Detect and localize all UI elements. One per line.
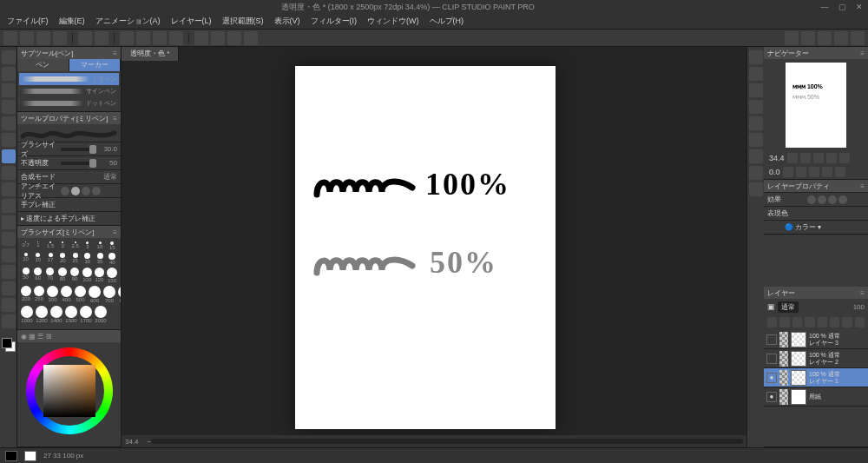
quick-access-icon[interactable]	[749, 50, 763, 64]
prop-blend-value[interactable]: 通常	[96, 172, 117, 182]
tool-move[interactable]	[2, 67, 16, 81]
material-icon[interactable]	[749, 149, 763, 163]
brush-size-preset[interactable]: 15	[33, 253, 43, 265]
brush-size-preset[interactable]: 10	[95, 241, 105, 250]
toolbar-icon[interactable]	[211, 31, 225, 45]
tool-airbrush[interactable]	[2, 182, 16, 196]
panel-menu-icon[interactable]: ≡	[113, 50, 117, 57]
panel-menu-icon[interactable]: ≡	[113, 228, 117, 236]
brush-size-preset[interactable]: 1	[33, 241, 43, 250]
tool-decoration[interactable]	[2, 199, 16, 213]
brush-size-preset[interactable]: 1500	[65, 306, 77, 323]
visibility-toggle[interactable]	[766, 354, 777, 364]
brush-size-preset[interactable]: 1400	[50, 306, 62, 323]
subtool-item[interactable]: ドットペン	[19, 97, 119, 109]
zoom-slider[interactable]	[151, 439, 743, 444]
subtool-item[interactable]: ミリペン	[19, 73, 119, 85]
prop-aa-options[interactable]	[61, 187, 101, 195]
brush-size-preset[interactable]: 300	[47, 286, 58, 303]
panel-menu-icon[interactable]: ≡	[860, 50, 865, 57]
layer-tool-icon[interactable]	[818, 317, 827, 327]
brush-size-preset[interactable]: 80	[57, 268, 67, 283]
brush-size-preset[interactable]: 1200	[36, 306, 48, 323]
prop-brushsize-slider[interactable]	[61, 148, 96, 151]
rotate-left-icon[interactable]	[783, 167, 793, 177]
material-icon[interactable]	[749, 166, 763, 180]
rotate-icon[interactable]	[835, 167, 845, 177]
toolbar-icon[interactable]	[194, 31, 208, 45]
color-wheel[interactable]	[22, 346, 117, 437]
layer-tool-icon[interactable]	[842, 317, 852, 327]
zoom-100-icon[interactable]	[826, 153, 837, 163]
visibility-toggle[interactable]: ●	[766, 373, 777, 383]
brush-size-preset[interactable]: 500	[75, 286, 86, 303]
layer-lock-icon[interactable]: ▣	[767, 302, 775, 311]
layer-row[interactable]: ●100 % 通常レイヤー 1	[764, 368, 868, 387]
brush-size-preset[interactable]: 17	[46, 253, 56, 265]
tool-brush[interactable]	[2, 166, 16, 180]
toolbar-icon[interactable]	[78, 31, 92, 45]
brush-size-preset[interactable]: 100	[82, 268, 92, 283]
panel-menu-icon[interactable]: ≡	[860, 289, 865, 297]
material-icon[interactable]	[749, 133, 763, 147]
tool-operation[interactable]	[2, 83, 16, 97]
layer-row[interactable]: ●用紙	[764, 387, 868, 407]
brush-size-preset[interactable]: 200	[21, 286, 31, 303]
tool-blend[interactable]	[2, 232, 16, 246]
toolbar-icon[interactable]	[834, 31, 848, 45]
tool-correct[interactable]	[2, 314, 16, 328]
brush-size-preset[interactable]: 35	[95, 253, 105, 265]
tool-select[interactable]	[2, 100, 16, 114]
brush-size-preset[interactable]: 1700	[80, 306, 92, 323]
tool-eraser[interactable]	[2, 215, 16, 229]
toolbar-icon[interactable]	[851, 31, 865, 45]
effects-buttons[interactable]	[807, 195, 847, 204]
visibility-toggle[interactable]	[766, 334, 777, 345]
material-icon[interactable]	[749, 83, 763, 97]
zoom-in-icon[interactable]	[800, 153, 811, 163]
layer-row[interactable]: 100 % 通常レイヤー 3	[764, 330, 868, 349]
layer-tool-icon[interactable]	[855, 317, 865, 327]
nav-angle-value[interactable]: 0.0	[769, 168, 780, 176]
brush-size-preset[interactable]: 600	[89, 286, 101, 303]
brush-size-preset[interactable]: 250	[34, 286, 44, 303]
menu-item[interactable]: レイヤー(L)	[168, 16, 215, 27]
rotate-right-icon[interactable]	[796, 167, 806, 177]
nav-zoom-value[interactable]: 34.4	[769, 154, 785, 162]
layer-tool-icon[interactable]	[792, 317, 802, 327]
brush-size-preset[interactable]: 2000	[95, 306, 107, 323]
brush-size-preset[interactable]: 700	[103, 286, 115, 303]
menu-item[interactable]: ヘルプ(H)	[426, 16, 468, 27]
maximize-button[interactable]: ▢	[833, 3, 851, 11]
brush-size-preset[interactable]: 15	[108, 241, 117, 250]
toolbar-icon[interactable]	[20, 31, 34, 45]
subtool-tab-pen[interactable]: ペン	[17, 59, 69, 71]
material-icon[interactable]	[749, 67, 763, 81]
toolbar-icon[interactable]	[801, 31, 815, 45]
toolbar-icon[interactable]	[120, 31, 134, 45]
rotate-reset-icon[interactable]	[809, 167, 819, 177]
minimize-button[interactable]: —	[816, 3, 833, 11]
tool-fill[interactable]	[2, 248, 16, 262]
brush-size-preset[interactable]: 10	[21, 253, 30, 265]
brush-size-preset[interactable]: 25	[70, 253, 80, 265]
layer-tool-icon[interactable]	[779, 317, 789, 327]
blend-mode-select[interactable]: 通常	[778, 301, 799, 313]
menu-item[interactable]: ファイル(F)	[3, 16, 52, 27]
prop-brushsize-value[interactable]: 30.0	[96, 145, 117, 153]
menu-item[interactable]: ウィンドウ(W)	[364, 16, 423, 27]
canvas[interactable]: 100% 50%	[295, 66, 556, 429]
menu-item[interactable]: 編集(E)	[56, 16, 89, 27]
layer-tool-icon[interactable]	[805, 317, 814, 327]
rotate-icon[interactable]	[822, 167, 832, 177]
brush-size-preset[interactable]: 1000	[21, 306, 33, 323]
color-tabs[interactable]: ◉ ▦ ☰ ⊞	[21, 333, 52, 341]
toolbar-icon[interactable]	[153, 31, 167, 45]
toolbar-icon[interactable]	[818, 31, 832, 45]
menu-item[interactable]: 表示(V)	[271, 16, 304, 27]
brush-size-preset[interactable]: 70	[45, 268, 55, 283]
expr-color-value[interactable]: カラー	[795, 223, 816, 231]
zoom-out-icon[interactable]	[787, 153, 798, 163]
brush-size-preset[interactable]: 2.5	[70, 241, 80, 250]
menu-item[interactable]: アニメーション(A)	[92, 16, 164, 27]
